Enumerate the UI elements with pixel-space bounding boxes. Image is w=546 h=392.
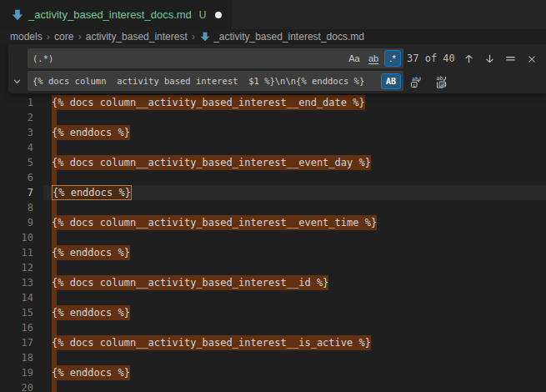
line-number: 10 — [0, 230, 33, 245]
dirty-indicator-icon[interactable] — [215, 12, 222, 18]
previous-match-button[interactable] — [460, 50, 478, 68]
line-number: 3 — [0, 125, 33, 140]
find-match-highlight: {% enddocs %} — [52, 305, 130, 320]
find-match-highlight: {% enddocs %} — [52, 245, 130, 260]
line-number: 16 — [0, 320, 33, 335]
replace-all-icon: ab ab — [434, 75, 448, 88]
find-match-highlight — [52, 380, 57, 392]
editor-line-16[interactable]: 16 — [0, 320, 546, 335]
arrow-up-icon — [463, 53, 475, 65]
breadcrumb-item-core[interactable]: core — [54, 31, 73, 43]
match-count: 37 of 40 — [407, 48, 455, 68]
preserve-case-button[interactable]: AB — [381, 73, 401, 89]
line-number: 12 — [0, 260, 33, 275]
find-match-highlight: {% docs column__activity_based_interest_… — [52, 155, 371, 170]
line-content: {% enddocs %} — [52, 245, 130, 260]
line-content — [52, 170, 57, 185]
line-content: {% docs column__activity_based_interest_… — [52, 215, 377, 230]
editor-line-6[interactable]: 6 — [0, 170, 546, 185]
line-number: 9 — [0, 215, 33, 230]
line-content — [52, 230, 57, 245]
selection-lines-icon — [504, 53, 517, 65]
editor-line-15[interactable]: 15{% enddocs %} — [0, 305, 546, 320]
replace-buttons: ab c ab ab — [407, 73, 449, 90]
line-content — [52, 140, 57, 155]
arrow-down-icon — [483, 53, 496, 65]
line-number: 2 — [0, 110, 33, 125]
find-nav-buttons — [460, 50, 540, 68]
line-content — [52, 380, 57, 392]
editor-line-13[interactable]: 13{% docs column__activity_based_interes… — [0, 275, 546, 290]
editor-line-10[interactable]: 10 — [0, 230, 546, 245]
find-match-highlight — [52, 110, 57, 125]
match-case-button[interactable]: Aa — [346, 50, 363, 67]
find-match-highlight — [52, 350, 57, 365]
line-content: {% docs column__activity_based_interest_… — [52, 275, 328, 290]
svg-text:ab: ab — [440, 81, 447, 87]
editor[interactable]: 1{% docs column__activity_based_interest… — [0, 44, 546, 392]
tab-activity-docs[interactable]: _activity_based_interest_docs.md U — [0, 0, 232, 29]
editor-line-7[interactable]: 7{% enddocs %} — [0, 185, 546, 200]
find-match-highlight — [52, 140, 57, 155]
line-number: 7 — [0, 185, 33, 200]
editor-line-3[interactable]: 3{% enddocs %} — [0, 125, 546, 140]
markdown-icon — [200, 32, 210, 42]
find-match-highlight — [52, 260, 57, 275]
line-content — [52, 200, 57, 215]
editor-line-19[interactable]: 19{% enddocs %} — [0, 365, 546, 380]
regex-button[interactable]: .* — [384, 50, 401, 67]
replace-input[interactable] — [28, 71, 381, 91]
find-inputbox: Aa ab .* — [28, 48, 403, 68]
find-in-selection-button[interactable] — [502, 50, 519, 68]
line-content: {% enddocs %} — [52, 185, 132, 200]
line-content — [52, 260, 57, 275]
editor-line-18[interactable]: 18 — [0, 350, 546, 365]
tab-bar: _activity_based_interest_docs.md U — [0, 0, 546, 29]
line-number: 13 — [0, 275, 33, 290]
breadcrumb-item-folder[interactable]: activity_based_interest — [86, 31, 188, 43]
editor-line-1[interactable]: 1{% docs column__activity_based_interest… — [0, 95, 546, 110]
find-match-highlight: {% docs column__activity_based_interest_… — [52, 95, 365, 110]
line-content — [52, 110, 57, 125]
editor-line-11[interactable]: 11{% enddocs %} — [0, 245, 546, 260]
line-number: 18 — [0, 350, 33, 365]
find-options: Aa ab .* — [346, 50, 403, 67]
breadcrumb-item-file[interactable]: _activity_based_interest_docs.md — [213, 31, 364, 43]
replace-all-button[interactable]: ab ab — [432, 73, 449, 90]
chevron-right-icon: › — [47, 31, 50, 43]
close-icon — [526, 53, 538, 65]
find-input[interactable] — [28, 48, 346, 68]
git-status-badge: U — [199, 9, 207, 21]
line-number: 17 — [0, 335, 33, 350]
line-number: 11 — [0, 245, 33, 260]
editor-line-8[interactable]: 8 — [0, 200, 546, 215]
close-find-button[interactable] — [523, 50, 540, 68]
editor-line-14[interactable]: 14 — [0, 290, 546, 305]
find-match-highlight — [52, 290, 57, 305]
editor-line-2[interactable]: 2 — [0, 110, 546, 125]
find-match-highlight: {% docs column__activity_based_interest_… — [52, 335, 371, 350]
toggle-replace-button[interactable] — [9, 72, 24, 90]
line-content — [52, 350, 57, 365]
line-content: {% docs column__activity_based_interest_… — [52, 335, 371, 350]
editor-line-20[interactable]: 20 — [0, 380, 546, 392]
line-number: 15 — [0, 305, 33, 320]
editor-line-12[interactable]: 12 — [0, 260, 546, 275]
next-match-button[interactable] — [481, 50, 498, 68]
breadcrumb-item-models[interactable]: models — [10, 31, 43, 43]
find-match-highlight: {% docs column__activity_based_interest_… — [52, 275, 328, 290]
chevron-right-icon: › — [78, 31, 81, 43]
find-widget: Aa ab .* 37 of 40 — [8, 44, 546, 93]
editor-line-9[interactable]: 9{% docs column__activity_based_interest… — [0, 215, 546, 230]
whole-word-button[interactable]: ab — [365, 50, 382, 67]
editor-line-4[interactable]: 4 — [0, 140, 546, 155]
editor-line-5[interactable]: 5{% docs column__activity_based_interest… — [0, 155, 546, 170]
find-match-highlight: {% enddocs %} — [52, 365, 130, 380]
markdown-icon — [12, 9, 23, 21]
breadcrumb: models › core › activity_based_interest … — [0, 29, 546, 44]
editor-line-17[interactable]: 17{% docs column__activity_based_interes… — [0, 335, 546, 350]
line-content: {% docs column__activity_based_interest_… — [52, 155, 371, 170]
replace-button[interactable]: ab c — [407, 73, 424, 90]
find-match-highlight — [52, 230, 57, 245]
find-match-highlight: {% docs column__activity_based_interest_… — [52, 215, 377, 230]
